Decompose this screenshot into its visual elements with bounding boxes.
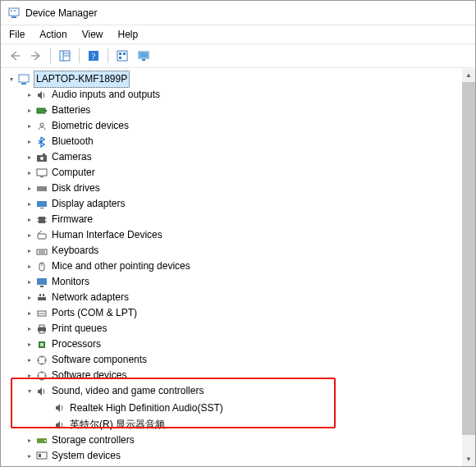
device-tree[interactable]: ▾LAPTOP-KMF1899P▸Audio inputs and output… <box>1 68 475 466</box>
svg-rect-54 <box>39 325 44 327</box>
print-icon <box>35 323 48 336</box>
menu-help[interactable]: Help <box>118 29 139 40</box>
show-hide-tree-button[interactable] <box>56 47 74 65</box>
menu-action[interactable]: Action <box>39 29 66 40</box>
chevron-right-icon[interactable]: ▸ <box>24 181 35 196</box>
menu-view[interactable]: View <box>82 29 103 40</box>
toolbar-separator <box>79 48 80 63</box>
chevron-right-icon[interactable]: ▸ <box>24 290 35 305</box>
tree-item-mice[interactable]: ▸Mice and other pointing devices <box>6 259 475 274</box>
chevron-right-icon[interactable]: ▸ <box>24 368 35 383</box>
tree-item-print[interactable]: ▸Print queues <box>6 321 475 337</box>
tree-item-processors[interactable]: ▸Processors <box>6 337 475 352</box>
cpu-icon <box>35 338 48 351</box>
back-button[interactable] <box>6 47 24 65</box>
chevron-right-icon[interactable]: ▸ <box>24 259 35 274</box>
tree-item-label: Software devices <box>52 368 126 383</box>
svg-line-37 <box>38 231 42 234</box>
chevron-right-icon[interactable]: ▸ <box>24 87 35 103</box>
chevron-right-icon[interactable]: ▸ <box>24 149 35 165</box>
chevron-right-icon[interactable]: ▸ <box>24 212 35 227</box>
svg-rect-24 <box>43 153 45 155</box>
tree-item-audio-inputs-outputs[interactable]: ▸Audio inputs and outputs <box>6 87 475 103</box>
menu-bar: File Action View Help <box>1 25 475 43</box>
tree-item-firmware[interactable]: ▸Firmware <box>6 212 475 227</box>
tree-root-node[interactable]: ▾LAPTOP-KMF1899P <box>6 71 475 87</box>
tree-item-storage[interactable]: ▸Storage controllers <box>6 433 475 448</box>
scroll-down-arrow[interactable]: ▼ <box>462 453 475 466</box>
keyboard-icon <box>35 245 48 258</box>
tree-item-network[interactable]: ▸Network adapters <box>6 290 475 305</box>
scrollbar-thumb[interactable] <box>462 82 475 435</box>
monitor-button[interactable] <box>135 47 153 65</box>
tree-item-hid[interactable]: ▸Human Interface Devices <box>6 227 475 243</box>
chevron-right-icon[interactable]: ▸ <box>24 196 35 212</box>
svg-rect-13 <box>119 57 121 59</box>
chevron-right-icon[interactable]: ▸ <box>24 134 35 149</box>
svg-rect-1 <box>11 16 16 18</box>
svg-point-23 <box>40 157 43 160</box>
tree-item-monitors[interactable]: ▸Monitors <box>6 274 475 290</box>
svg-rect-26 <box>40 176 43 177</box>
chevron-down-icon[interactable]: ▾ <box>24 383 35 399</box>
svg-point-51 <box>42 313 43 314</box>
device-manager-icon <box>7 7 21 20</box>
tree-item-usb[interactable]: ▸Universal Serial Bus controllers <box>6 464 475 466</box>
chevron-right-icon[interactable]: ▸ <box>24 448 35 464</box>
chevron-right-icon[interactable]: ▸ <box>24 464 35 466</box>
svg-rect-11 <box>119 53 121 55</box>
svg-rect-10 <box>117 51 127 61</box>
chevron-right-icon[interactable]: ▸ <box>24 433 35 448</box>
tree-item-label: Mice and other pointing devices <box>52 259 190 274</box>
chevron-right-icon[interactable]: ▸ <box>24 243 35 259</box>
chevron-right-icon[interactable]: ▸ <box>24 321 35 337</box>
tree-item-keyboards[interactable]: ▸Keyboards <box>6 243 475 259</box>
chevron-down-icon[interactable]: ▾ <box>6 71 17 87</box>
tree-item-swcomp[interactable]: ▸Software components <box>6 352 475 368</box>
speaker-icon <box>35 385 48 398</box>
tree-item-label: Keyboards <box>52 243 98 259</box>
tree-item-swdev[interactable]: ▸Software devices <box>6 368 475 383</box>
menu-file[interactable]: File <box>9 29 25 40</box>
tree-item-display[interactable]: ▸Display adapters <box>6 196 475 212</box>
tree-item-label: Sound, video and game controllers <box>52 383 204 399</box>
help-button[interactable]: ? <box>85 47 103 65</box>
chevron-right-icon[interactable]: ▸ <box>24 337 35 352</box>
chevron-right-icon[interactable]: ▸ <box>24 103 35 118</box>
svg-rect-15 <box>140 53 148 57</box>
scroll-up-arrow[interactable]: ▲ <box>462 69 475 82</box>
chevron-right-icon[interactable]: ▸ <box>24 165 35 181</box>
svg-rect-29 <box>37 201 47 207</box>
chevron-right-icon[interactable]: ▸ <box>24 352 35 368</box>
disk-icon <box>35 182 48 195</box>
tree-item-label: Biometric devices <box>52 118 129 134</box>
chevron-right-icon[interactable]: ▸ <box>24 274 35 290</box>
svg-rect-63 <box>39 454 41 457</box>
chevron-right-icon[interactable]: ▸ <box>24 305 35 321</box>
scan-hardware-button[interactable] <box>113 47 131 65</box>
tree-item-label: Display adapters <box>52 196 125 212</box>
tree-item-biometric[interactable]: ▸Biometric devices <box>6 118 475 134</box>
svg-point-3 <box>14 10 16 11</box>
chevron-right-icon[interactable]: ▸ <box>24 118 35 134</box>
svg-point-61 <box>44 440 46 442</box>
tree-item-svgc[interactable]: ▾Sound, video and game controllers <box>6 383 475 399</box>
tree-item-cameras[interactable]: ▸Cameras <box>6 149 475 165</box>
svg-rect-25 <box>37 169 47 176</box>
svg-rect-36 <box>38 234 46 239</box>
forward-button[interactable] <box>27 47 45 65</box>
vertical-scrollbar[interactable]: ▲ ▼ <box>462 69 475 466</box>
tree-item-batteries[interactable]: ▸Batteries <box>6 103 475 118</box>
tree-item-computer[interactable]: ▸Computer <box>6 165 475 181</box>
tree-leaf-audio-0[interactable]: Realtek High Definition Audio(SST) <box>6 401 475 416</box>
chevron-right-icon[interactable]: ▸ <box>24 227 35 243</box>
tree-item-ports[interactable]: ▸Ports (COM & LPT) <box>6 305 475 321</box>
tree-item-system[interactable]: ▸System devices <box>6 448 475 464</box>
tree-item-disk[interactable]: ▸Disk drives <box>6 181 475 196</box>
tree-item-bluetooth[interactable]: ▸Bluetooth <box>6 134 475 149</box>
tree-item-label: Computer <box>52 165 95 181</box>
tree-leaf-audio-1[interactable]: 英特尔(R) 显示器音频 <box>6 417 475 433</box>
tree-item-label: System devices <box>52 448 121 464</box>
svg-point-52 <box>43 313 45 314</box>
svg-point-28 <box>44 188 46 190</box>
